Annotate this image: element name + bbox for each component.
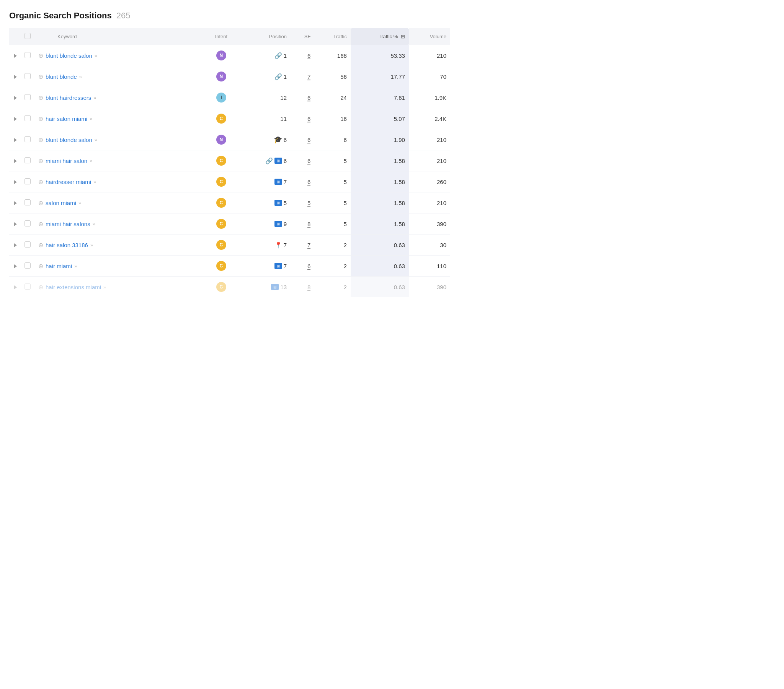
expand-chevron-icon[interactable] bbox=[14, 54, 17, 58]
row-checkbox-cell bbox=[21, 108, 35, 129]
intent-cell: C bbox=[204, 235, 239, 256]
row-checkbox-cell bbox=[21, 214, 35, 235]
intent-badge: N bbox=[216, 72, 226, 82]
intent-badge: C bbox=[216, 261, 226, 271]
expand-chevron-icon[interactable] bbox=[14, 75, 17, 79]
row-checkbox[interactable] bbox=[25, 178, 31, 184]
position-value: 13 bbox=[280, 284, 287, 290]
expand-chevron-icon[interactable] bbox=[14, 117, 17, 121]
volume-value: 210 bbox=[437, 53, 446, 59]
keyword-col-header: Keyword bbox=[35, 28, 204, 45]
traffic-pct-cell: 1.58 bbox=[351, 192, 409, 214]
position-value: 7 bbox=[284, 179, 287, 185]
position-cell: ⊞ 13 bbox=[239, 276, 291, 298]
keyword-link[interactable]: ⊕ salon miami » bbox=[38, 199, 200, 207]
expand-chevron-icon[interactable] bbox=[14, 96, 17, 100]
filter-icon[interactable]: ⊞ bbox=[401, 34, 405, 39]
row-checkbox-cell bbox=[21, 87, 35, 108]
keyword-cell: ⊕ blunt blonde salon » bbox=[35, 45, 204, 66]
expand-cell[interactable] bbox=[9, 192, 21, 214]
keyword-link[interactable]: ⊕ hair extensions miami » bbox=[38, 283, 200, 291]
expand-cell[interactable] bbox=[9, 108, 21, 129]
expand-chevron-icon[interactable] bbox=[14, 243, 17, 247]
keyword-link[interactable]: ⊕ blunt blonde salon » bbox=[38, 136, 200, 143]
volume-cell: 390 bbox=[409, 214, 450, 235]
table-row: ⊕ miami hair salons » C ⊞ 9 851.58390 bbox=[9, 214, 450, 235]
row-checkbox[interactable] bbox=[25, 115, 31, 121]
expand-cell[interactable] bbox=[9, 276, 21, 298]
expand-cell[interactable] bbox=[9, 87, 21, 108]
traffic-cell: 168 bbox=[314, 45, 350, 66]
row-checkbox-cell bbox=[21, 45, 35, 66]
row-checkbox[interactable] bbox=[25, 157, 31, 163]
expand-chevron-icon[interactable] bbox=[14, 159, 17, 163]
sf-value: 7 bbox=[307, 242, 310, 248]
row-checkbox[interactable] bbox=[25, 52, 31, 58]
keyword-link[interactable]: ⊕ hair salon miami » bbox=[38, 115, 200, 122]
expand-cell[interactable] bbox=[9, 235, 21, 256]
expand-cell[interactable] bbox=[9, 45, 21, 66]
volume-value: 390 bbox=[437, 221, 446, 227]
sf-value: 7 bbox=[307, 74, 310, 80]
keyword-cell: ⊕ blunt blonde salon » bbox=[35, 129, 204, 150]
row-checkbox[interactable] bbox=[25, 283, 31, 289]
traffic-pct-col-header[interactable]: Traffic % ⊞ bbox=[351, 28, 409, 45]
plus-circle-icon: ⊕ bbox=[38, 199, 43, 207]
plus-circle-icon: ⊕ bbox=[38, 242, 43, 249]
position-value: 9 bbox=[284, 221, 287, 227]
row-checkbox[interactable] bbox=[25, 242, 31, 248]
row-checkbox[interactable] bbox=[25, 94, 31, 100]
expand-chevron-icon[interactable] bbox=[14, 222, 17, 226]
expand-cell[interactable] bbox=[9, 66, 21, 87]
traffic-pct-cell: 17.77 bbox=[351, 66, 409, 87]
position-value: 7 bbox=[284, 242, 287, 248]
table-row: ⊕ blunt blonde salon » N 🎓 6 661.90210 bbox=[9, 129, 450, 150]
intent-badge: C bbox=[216, 219, 226, 229]
traffic-pct-cell: 0.63 bbox=[351, 235, 409, 256]
table-row: ⊕ salon miami » C ⊞ 5 551.58210 bbox=[9, 192, 450, 214]
keyword-link[interactable]: ⊕ blunt blonde » bbox=[38, 73, 200, 81]
traffic-pct-value: 7.61 bbox=[394, 94, 405, 101]
expand-chevron-icon[interactable] bbox=[14, 180, 17, 184]
select-all-checkbox[interactable] bbox=[25, 33, 31, 39]
expand-cell[interactable] bbox=[9, 129, 21, 150]
expand-cell[interactable] bbox=[9, 150, 21, 171]
table-body: ⊕ blunt blonde salon » N 🔗 1 616853.3321… bbox=[9, 45, 450, 298]
row-checkbox[interactable] bbox=[25, 262, 31, 268]
traffic-col-header: Traffic bbox=[314, 28, 350, 45]
keyword-text: hair extensions miami bbox=[46, 284, 101, 290]
keyword-text: miami hair salon bbox=[46, 158, 87, 164]
row-checkbox[interactable] bbox=[25, 199, 31, 206]
row-checkbox[interactable] bbox=[25, 136, 31, 142]
volume-value: 260 bbox=[437, 179, 446, 185]
position-cell: ⊞ 7 bbox=[239, 256, 291, 276]
position-cell: 🎓 6 bbox=[239, 129, 291, 150]
keyword-link[interactable]: ⊕ hair salon 33186 » bbox=[38, 242, 200, 249]
intent-cell: C bbox=[204, 276, 239, 298]
keyword-link[interactable]: ⊕ blunt blonde salon » bbox=[38, 52, 200, 59]
expand-col-header bbox=[9, 28, 21, 45]
expand-chevron-icon[interactable] bbox=[14, 285, 17, 289]
expand-cell[interactable] bbox=[9, 214, 21, 235]
keyword-link[interactable]: ⊕ blunt hairdressers » bbox=[38, 94, 200, 101]
sf-cell: 8 bbox=[291, 214, 314, 235]
intent-badge: C bbox=[216, 156, 226, 166]
table-row: ⊕ blunt blonde » N 🔗 1 75617.7770 bbox=[9, 66, 450, 87]
expand-chevron-icon[interactable] bbox=[14, 201, 17, 205]
position-wrapper: 11 bbox=[242, 115, 287, 122]
keyword-link[interactable]: ⊕ miami hair salon » bbox=[38, 157, 200, 164]
keyword-cell: ⊕ blunt blonde » bbox=[35, 66, 204, 87]
location-icon: 📍 bbox=[275, 242, 282, 249]
keyword-link[interactable]: ⊕ hairdresser miami » bbox=[38, 178, 200, 186]
navigate-icon: » bbox=[94, 95, 96, 100]
expand-chevron-icon[interactable] bbox=[14, 264, 17, 268]
traffic-cell: 56 bbox=[314, 66, 350, 87]
row-checkbox[interactable] bbox=[25, 220, 31, 227]
keyword-link[interactable]: ⊕ miami hair salons » bbox=[38, 220, 200, 228]
table-row: ⊕ miami hair salon » C 🔗⊞ 6 651.58210 bbox=[9, 150, 450, 171]
keyword-link[interactable]: ⊕ hair miami » bbox=[38, 262, 200, 270]
expand-cell[interactable] bbox=[9, 171, 21, 192]
expand-chevron-icon[interactable] bbox=[14, 138, 17, 142]
expand-cell[interactable] bbox=[9, 256, 21, 276]
row-checkbox[interactable] bbox=[25, 73, 31, 79]
